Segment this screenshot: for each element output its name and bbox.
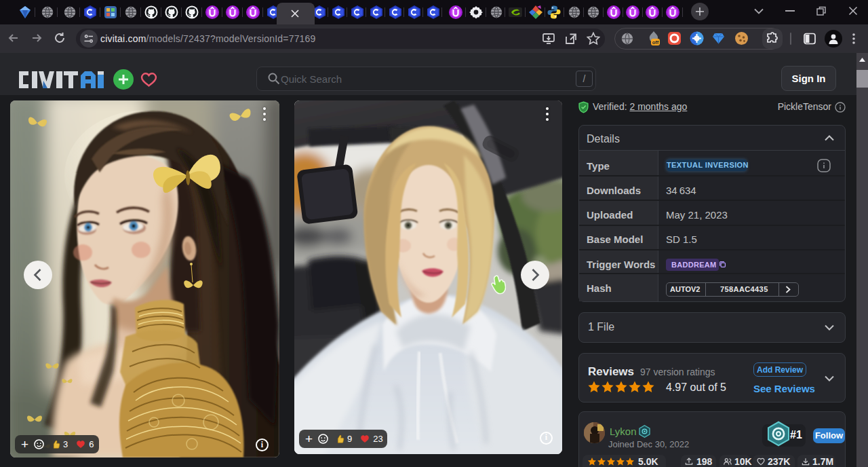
svg-text:off: off [652, 39, 659, 45]
